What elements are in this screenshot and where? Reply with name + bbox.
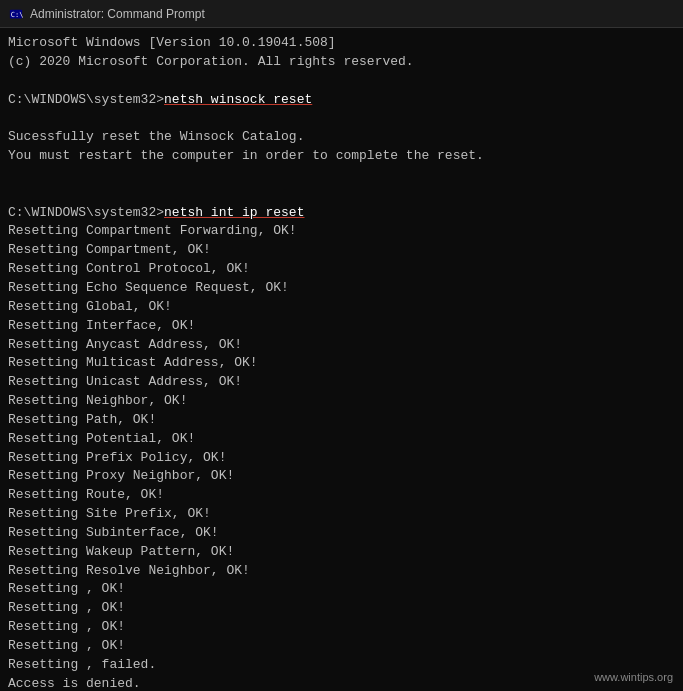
terminal-line bbox=[8, 72, 675, 91]
terminal-line: Resetting , OK! bbox=[8, 618, 675, 637]
terminal-line: Resetting Interface, OK! bbox=[8, 317, 675, 336]
terminal-line: Resetting Potential, OK! bbox=[8, 430, 675, 449]
title-bar-text: Administrator: Command Prompt bbox=[30, 7, 205, 21]
terminal-line bbox=[8, 109, 675, 128]
terminal-line: Resetting Subinterface, OK! bbox=[8, 524, 675, 543]
terminal-line: Resetting Path, OK! bbox=[8, 411, 675, 430]
terminal-line bbox=[8, 166, 675, 185]
cmd-icon: C:\ bbox=[8, 6, 24, 22]
terminal-line: C:\WINDOWS\system32>netsh winsock reset bbox=[8, 91, 675, 110]
terminal-line: Resetting Route, OK! bbox=[8, 486, 675, 505]
terminal-line: Access is denied. bbox=[8, 675, 675, 691]
terminal-line: Resetting Resolve Neighbor, OK! bbox=[8, 562, 675, 581]
terminal-line: Resetting Unicast Address, OK! bbox=[8, 373, 675, 392]
terminal-line: Sucessfully reset the Winsock Catalog. bbox=[8, 128, 675, 147]
terminal-line: Resetting Control Protocol, OK! bbox=[8, 260, 675, 279]
terminal-line: C:\WINDOWS\system32>netsh int ip reset bbox=[8, 204, 675, 223]
terminal-body: Microsoft Windows [Version 10.0.19041.50… bbox=[0, 28, 683, 691]
terminal-line: You must restart the computer in order t… bbox=[8, 147, 675, 166]
terminal-line: Resetting Neighbor, OK! bbox=[8, 392, 675, 411]
terminal-line: Resetting Global, OK! bbox=[8, 298, 675, 317]
terminal-line: Resetting Echo Sequence Request, OK! bbox=[8, 279, 675, 298]
terminal-line: Resetting , OK! bbox=[8, 637, 675, 656]
terminal-line bbox=[8, 185, 675, 204]
terminal-line: Resetting , OK! bbox=[8, 599, 675, 618]
svg-text:C:\: C:\ bbox=[11, 10, 23, 18]
terminal-line: Resetting Wakeup Pattern, OK! bbox=[8, 543, 675, 562]
terminal-line: Resetting Prefix Policy, OK! bbox=[8, 449, 675, 468]
terminal-line: Resetting , OK! bbox=[8, 580, 675, 599]
terminal-line: Microsoft Windows [Version 10.0.19041.50… bbox=[8, 34, 675, 53]
terminal-line: Resetting , failed. bbox=[8, 656, 675, 675]
title-bar: C:\ Administrator: Command Prompt bbox=[0, 0, 683, 28]
watermark: www.wintips.org bbox=[594, 671, 673, 683]
terminal-line: (c) 2020 Microsoft Corporation. All righ… bbox=[8, 53, 675, 72]
terminal-line: Resetting Anycast Address, OK! bbox=[8, 336, 675, 355]
terminal-line: Resetting Proxy Neighbor, OK! bbox=[8, 467, 675, 486]
terminal-line: Resetting Multicast Address, OK! bbox=[8, 354, 675, 373]
terminal-line: Resetting Compartment Forwarding, OK! bbox=[8, 222, 675, 241]
terminal-line: Resetting Site Prefix, OK! bbox=[8, 505, 675, 524]
terminal-line: Resetting Compartment, OK! bbox=[8, 241, 675, 260]
